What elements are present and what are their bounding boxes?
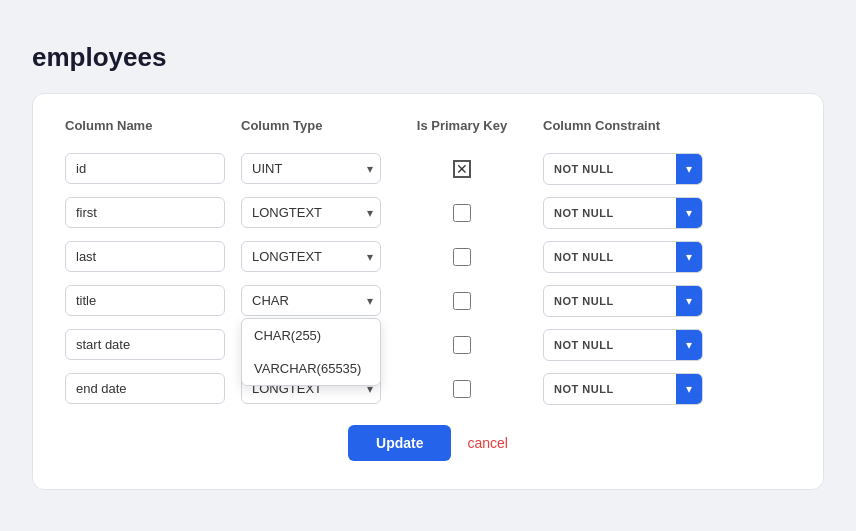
- column-name-input-first[interactable]: [65, 197, 225, 228]
- pk-cell-enddate: [397, 380, 527, 398]
- primary-key-checkbox-first[interactable]: [453, 204, 471, 222]
- table-row: UINT LONGTEXT CHAR VARCHAR INT TEXT ▾ NO…: [65, 197, 791, 229]
- col-header-constraint: Column Constraint: [543, 118, 723, 133]
- type-select-first[interactable]: UINT LONGTEXT CHAR VARCHAR INT TEXT: [241, 197, 381, 228]
- primary-key-checkbox-id[interactable]: ✕: [453, 160, 471, 178]
- pk-cell-last: [397, 248, 527, 266]
- column-name-input-last[interactable]: [65, 241, 225, 272]
- type-select-last[interactable]: UINT LONGTEXT CHAR VARCHAR INT TEXT: [241, 241, 381, 272]
- table-row: UINT LONGTEXT CHAR VARCHAR INT TEXT ▾ NO…: [65, 373, 791, 405]
- constraint-label-first: NOT NULL: [544, 200, 676, 226]
- constraint-wrapper-last: NOT NULL ▾: [543, 241, 703, 273]
- constraint-dropdown-btn-last[interactable]: ▾: [676, 242, 702, 272]
- type-dropdown-popup: CHAR(255) VARCHAR(65535): [241, 318, 381, 386]
- type-select-wrapper-last: UINT LONGTEXT CHAR VARCHAR INT TEXT ▾: [241, 241, 381, 272]
- constraint-label-startdate: NOT NULL: [544, 332, 676, 358]
- constraint-dropdown-btn-startdate[interactable]: ▾: [676, 330, 702, 360]
- update-button[interactable]: Update: [348, 425, 451, 461]
- table-header: Column Name Column Type Is Primary Key C…: [65, 118, 791, 141]
- constraint-dropdown-btn-title[interactable]: ▾: [676, 286, 702, 316]
- constraint-dropdown-btn-first[interactable]: ▾: [676, 198, 702, 228]
- primary-key-checkbox-title[interactable]: [453, 292, 471, 310]
- constraint-label-id: NOT NULL: [544, 156, 676, 182]
- constraint-dropdown-btn-enddate[interactable]: ▾: [676, 374, 702, 404]
- pk-cell-title: [397, 292, 527, 310]
- constraint-wrapper-startdate: NOT NULL ▾: [543, 329, 703, 361]
- constraint-dropdown-btn-id[interactable]: ▾: [676, 154, 702, 184]
- primary-key-checkbox-last[interactable]: [453, 248, 471, 266]
- col-header-name: Column Name: [65, 118, 225, 133]
- primary-key-checkbox-enddate[interactable]: [453, 380, 471, 398]
- pk-cell-startdate: [397, 336, 527, 354]
- primary-key-checkbox-startdate[interactable]: [453, 336, 471, 354]
- constraint-wrapper-title: NOT NULL ▾: [543, 285, 703, 317]
- type-select-wrapper-first: UINT LONGTEXT CHAR VARCHAR INT TEXT ▾: [241, 197, 381, 228]
- column-name-input-id[interactable]: [65, 153, 225, 184]
- constraint-label-last: NOT NULL: [544, 244, 676, 270]
- type-select-wrapper-title: UINT LONGTEXT CHAR VARCHAR INT TEXT ▾ CH…: [241, 285, 381, 316]
- dropdown-item-varchar65535[interactable]: VARCHAR(65535): [242, 352, 380, 385]
- main-card: Column Name Column Type Is Primary Key C…: [32, 93, 824, 490]
- type-select-title[interactable]: UINT LONGTEXT CHAR VARCHAR INT TEXT: [241, 285, 381, 316]
- constraint-wrapper-id: NOT NULL ▾: [543, 153, 703, 185]
- column-name-input-title[interactable]: [65, 285, 225, 316]
- constraint-label-title: NOT NULL: [544, 288, 676, 314]
- dropdown-item-char255[interactable]: CHAR(255): [242, 319, 380, 352]
- page-title: employees: [32, 42, 824, 73]
- table-row: UINT LONGTEXT CHAR VARCHAR INT TEXT ▾ CH…: [65, 285, 791, 317]
- cancel-link[interactable]: cancel: [467, 435, 507, 451]
- column-name-input-enddate[interactable]: [65, 373, 225, 404]
- column-name-input-startdate[interactable]: [65, 329, 225, 360]
- constraint-wrapper-enddate: NOT NULL ▾: [543, 373, 703, 405]
- table-row: UINT LONGTEXT CHAR VARCHAR INT TEXT ▾ ✕ …: [65, 153, 791, 185]
- table-row: UINT LONGTEXT CHAR VARCHAR INT TEXT ▾ NO…: [65, 329, 791, 361]
- constraint-label-enddate: NOT NULL: [544, 376, 676, 402]
- table-row: UINT LONGTEXT CHAR VARCHAR INT TEXT ▾ NO…: [65, 241, 791, 273]
- pk-cell-id: ✕: [397, 160, 527, 178]
- actions-row: Update cancel: [65, 425, 791, 461]
- type-select-wrapper-id: UINT LONGTEXT CHAR VARCHAR INT TEXT ▾: [241, 153, 381, 184]
- col-header-type: Column Type: [241, 118, 381, 133]
- page-container: employees Column Name Column Type Is Pri…: [0, 18, 856, 514]
- col-header-pk: Is Primary Key: [397, 118, 527, 133]
- pk-cell-first: [397, 204, 527, 222]
- constraint-wrapper-first: NOT NULL ▾: [543, 197, 703, 229]
- type-select-id[interactable]: UINT LONGTEXT CHAR VARCHAR INT TEXT: [241, 153, 381, 184]
